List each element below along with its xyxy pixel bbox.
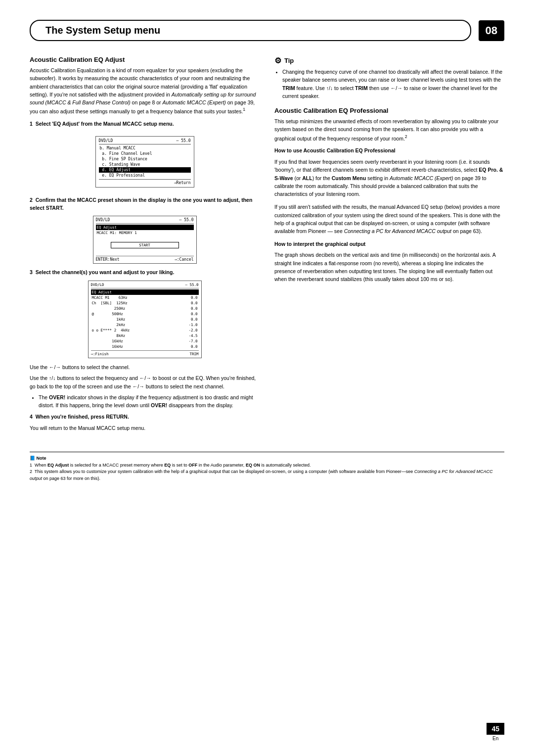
screen2-wrap: DVD/LD – 55.0 EQ Adjust MCACC M1: MEMORY… — [30, 216, 260, 264]
note-title: 📘 Note — [30, 455, 504, 462]
screen2-row2: MCACC M1: MEMORY 1 — [96, 230, 194, 236]
screen3-right: – 55.0 — [185, 283, 198, 287]
screen1-row4: c. Standing Wave — [99, 162, 191, 167]
note1: 1 When EQ Adjust is selected for a MCACC… — [30, 462, 504, 469]
page-title: The System Setup menu — [30, 20, 471, 41]
screen3-f16k: 16kHz-7.0 — [91, 338, 199, 344]
screen3-footer: ⇒:Finish TRIM — [91, 350, 199, 356]
screen1-wrap: DVD/LD – 55.0 b. Manual MCACC a. Fine Ch… — [30, 132, 260, 191]
screen3-f16k2: 16kHz0.0 — [91, 344, 199, 349]
step1-heading: 1 Select 'EQ Adjust' from the Manual MCA… — [30, 120, 260, 128]
step4-subtext: You will return to the Manual MCACC setu… — [30, 424, 260, 432]
screen3-footer-left: ⇒:Finish — [91, 352, 109, 356]
subsection2-body: The graph shows decibels on the vertical… — [274, 251, 504, 283]
screen1-row2: a. Fine Channel Level — [99, 151, 191, 156]
tip-icon: ⚙ — [274, 56, 281, 65]
screen3-f250: 250Hz0.0 — [91, 306, 199, 311]
section2-title: Acoustic Calibration EQ Professional — [274, 107, 504, 114]
tip-box: ⚙ Tip Changing the frequency curve of on… — [274, 56, 504, 100]
subsection1-body1: If you find that lower frequencies seem … — [274, 158, 504, 198]
screen2-start: START — [111, 242, 179, 248]
screen1-row5-highlighted: d. EQ Adjust — [99, 167, 191, 173]
chapter-number: 08 — [479, 20, 504, 41]
screen1: DVD/LD – 55.0 b. Manual MCACC a. Fine Ch… — [95, 136, 194, 188]
screen3-f8k: 8kHz-4.5 — [91, 333, 199, 338]
screen1-header-right: – 55.0 — [177, 139, 191, 143]
footer-note: 📘 Note 1 When EQ Adjust is selected for … — [30, 452, 504, 482]
screen1-row1: b. Manual MCACC — [99, 145, 191, 151]
content-columns: Acoustic Calibration EQ Adjust Acoustic … — [30, 56, 504, 437]
screen1-header: DVD/LD – 55.0 — [99, 139, 191, 144]
page-lang: En — [492, 736, 498, 741]
page-container: The System Setup menu 08 Acoustic Calibr… — [0, 0, 534, 756]
screen3: DVD/LD – 55.0 EQ Adjust MCACC M1 63Hz0.0… — [88, 281, 202, 358]
screen2: DVD/LD – 55.0 EQ Adjust MCACC M1: MEMORY… — [93, 216, 197, 264]
screen3-title: EQ Adjust — [91, 289, 199, 295]
page-number-bar: 45 En — [487, 723, 504, 741]
screen3-f4k: o o E**** 2 4kHz-2.0 — [91, 328, 199, 333]
subsection1-body2: If you still aren't satisfied with the r… — [274, 203, 504, 235]
screen1-header-left: DVD/LD — [99, 139, 113, 143]
screen2-left: DVD/LD — [96, 218, 110, 222]
screen3-mcacc: MCACC M1 63Hz0.0 — [91, 295, 199, 300]
note2: 2 This system allows you to customize yo… — [30, 469, 504, 482]
screen2-header: DVD/LD – 55.0 — [96, 218, 194, 224]
page-header: The System Setup menu 08 — [30, 20, 504, 41]
left-column: Acoustic Calibration EQ Adjust Acoustic … — [30, 56, 260, 437]
screen2-spacer2 — [96, 249, 194, 255]
tip-label: Tip — [284, 57, 294, 64]
section2-intro: This setup minimizes the unwanted effect… — [274, 117, 504, 142]
screen2-footer-right: ⇒:Cancel — [175, 257, 194, 262]
screen3-f500: @ 500Hz0.0 — [91, 311, 199, 317]
screen2-footer-left: ENTER:Next — [96, 257, 120, 262]
use-arrows-1: Use the ←/→ buttons to select the channe… — [30, 363, 260, 371]
screen1-row6: e. EQ Professional — [99, 173, 191, 178]
section1-title: Acoustic Calibration EQ Adjust — [30, 56, 260, 63]
screen2-footer: ENTER:Next ⇒:Cancel — [96, 256, 194, 262]
tip-title: ⚙ Tip — [274, 56, 504, 65]
screen3-f2k: 2kHz-1.0 — [91, 322, 199, 328]
bullet-over: The OVER! indicator shows in the display… — [39, 393, 260, 410]
screen3-f1k: 1kHz0.0 — [91, 317, 199, 322]
screen1-row3: b. Fine SP Distance — [99, 156, 191, 162]
screen3-wrap: DVD/LD – 55.0 EQ Adjust MCACC M1 63Hz0.0… — [30, 281, 260, 358]
subsection2-title: How to interpret the graphical output — [274, 240, 504, 248]
step3-bullets: The OVER! indicator shows in the display… — [30, 393, 260, 410]
step3-block: 3 Select the channel(s) you want and adj… — [30, 269, 260, 358]
section1-intro: Acoustic Calibration Equalization is a k… — [30, 66, 260, 115]
screen2-row1: EQ Adjust — [96, 225, 194, 230]
step3-heading: 3 Select the channel(s) you want and adj… — [30, 269, 260, 277]
step2-heading: 2 Confirm that the MCACC preset shown in… — [30, 196, 260, 212]
step4-block: 4 When you're finished, press RETURN. Yo… — [30, 413, 260, 432]
screen2-spacer — [96, 236, 194, 241]
subsection1-title: How to use Acoustic Calibration EQ Profe… — [274, 147, 504, 155]
step2-block: 2 Confirm that the MCACC preset shown in… — [30, 196, 260, 264]
page-number: 45 — [487, 723, 504, 735]
screen2-right: – 55.0 — [179, 218, 194, 222]
tip-content: Changing the frequency curve of one chan… — [274, 68, 504, 100]
step1-block: 1 Select 'EQ Adjust' from the Manual MCA… — [30, 120, 260, 191]
screen3-header: DVD/LD – 55.0 — [91, 283, 199, 288]
screen3-left: DVD/LD — [91, 283, 104, 287]
screen3-footer-right: TRIM — [189, 352, 198, 356]
right-column: ⚙ Tip Changing the frequency curve of on… — [274, 56, 504, 437]
step4-heading: 4 When you're finished, press RETURN. — [30, 413, 260, 421]
tip-bullet-1: Changing the frequency curve of one chan… — [282, 68, 504, 100]
screen3-ch: Ch [SBL] 125Hz0.0 — [91, 300, 199, 306]
screen1-footer: ⇒Return — [99, 179, 191, 185]
use-arrows-2: Use the ↑/↓ buttons to select the freque… — [30, 374, 260, 390]
